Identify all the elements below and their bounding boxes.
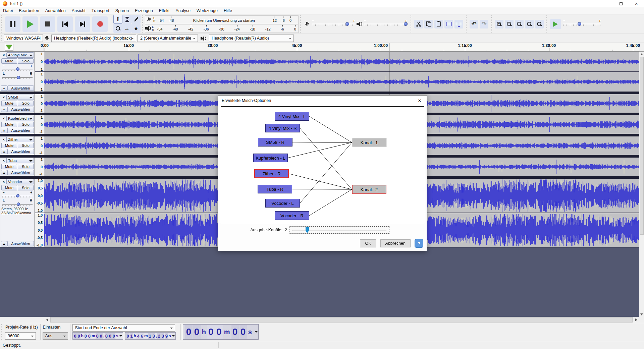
collapse-button[interactable]: ▲ <box>1 107 7 112</box>
solo-button[interactable]: Solo <box>18 185 34 190</box>
time-digit[interactable]: 0 <box>84 333 87 339</box>
track-name-menu[interactable]: Kupferblech <box>6 116 34 121</box>
zoom-tool-button[interactable] <box>113 24 122 33</box>
record-meter[interactable]: LR -54-48Klicken um Überwachung zu start… <box>145 15 299 24</box>
project-rate-select[interactable]: 96000 <box>5 332 36 340</box>
mix-source-vocoder---r[interactable]: Vocoder - R <box>275 211 309 220</box>
toolbar-grip[interactable] <box>142 15 144 33</box>
time-digit[interactable]: 1 <box>130 333 133 339</box>
waveform-channel[interactable] <box>44 72 644 92</box>
vertical-ruler[interactable]: 1,00,50,0-0,5-1,01,00,50,0-0,5-1,0 <box>35 179 44 247</box>
output-channels-slider[interactable] <box>289 226 389 234</box>
selection-start-field[interactable]: 00h00m00,000s <box>72 332 123 340</box>
audio-host-select[interactable]: Windows WASAPI <box>4 35 43 42</box>
time-digit[interactable]: 0 <box>126 333 129 339</box>
pause-button[interactable] <box>5 16 20 32</box>
dialog-close-button[interactable]: ✕ <box>413 96 427 106</box>
time-digit[interactable]: 6 <box>140 333 144 339</box>
zoom-toggle-button[interactable] <box>535 20 544 28</box>
time-digit[interactable]: 9 <box>165 333 168 339</box>
timeshift-tool-button[interactable]: ↔ <box>122 24 131 33</box>
vertical-scrollbar[interactable] <box>639 52 644 317</box>
mix-channel-2[interactable]: Kanal: 2 <box>352 185 386 194</box>
zoom-out-button[interactable]: − <box>505 20 514 28</box>
paste-button[interactable] <box>434 20 443 28</box>
time-digit[interactable]: 0 <box>193 325 201 339</box>
select-track-button[interactable]: Auswählen <box>7 149 34 154</box>
recording-channels-select[interactable]: 2 (Stereo) Aufnahmekanäle <box>138 35 198 42</box>
track-close-button[interactable]: × <box>1 137 6 142</box>
track-name-menu[interactable]: 4 Vinyl Mix <box>6 52 34 58</box>
undo-button[interactable]: ↶ <box>470 20 478 28</box>
time-digit[interactable]: 0 <box>215 325 223 339</box>
recording-volume-thumb[interactable] <box>345 22 349 26</box>
select-track-button[interactable]: Auswählen <box>7 107 34 112</box>
time-digit[interactable]: 0 <box>96 333 99 339</box>
time-digit[interactable]: 0 <box>105 333 108 339</box>
vertical-scroll-thumb[interactable] <box>640 57 644 235</box>
timeline-options-button[interactable] <box>5 44 13 51</box>
chevron-down-icon[interactable] <box>255 331 258 334</box>
play-meter[interactable]: LR -54-48-42-36-30-24-18-12-60 <box>145 24 299 33</box>
menu-werkzeuge[interactable]: Werkzeuge <box>194 8 221 13</box>
mute-button[interactable]: Mute <box>1 143 17 148</box>
selection-mode-select[interactable]: Start und Ende der Auswahl <box>72 324 175 332</box>
menu-hilfe[interactable]: Hilfe <box>221 8 235 13</box>
time-digit[interactable]: 3 <box>161 333 164 339</box>
waveform-canvas[interactable] <box>44 72 639 92</box>
mix-source-4-vinyl-mix---l[interactable]: 4 Vinyl Mix - L <box>275 112 309 121</box>
draw-tool-button[interactable] <box>131 15 141 24</box>
play-speed-thumb[interactable] <box>578 22 581 26</box>
zoom-in-button[interactable]: + <box>495 20 503 28</box>
track-control-panel[interactable]: ×KupferblechMuteSolo▲Auswählen <box>0 115 35 134</box>
vertical-ruler[interactable]: 10-1 <box>35 136 44 155</box>
horizontal-scrollbar[interactable] <box>50 317 633 323</box>
cancel-button[interactable]: Abbrechen <box>380 239 411 247</box>
chevron-down-icon[interactable] <box>172 335 175 338</box>
toolbar-grip[interactable] <box>490 15 493 33</box>
minimize-button[interactable] <box>598 0 613 7</box>
menu-transport[interactable]: Transport <box>89 8 112 13</box>
pan-slider[interactable] <box>2 202 33 207</box>
multi-tool-button[interactable]: * <box>131 24 141 33</box>
play-at-speed-button[interactable] <box>550 19 561 29</box>
toolbar-grip[interactable] <box>110 15 112 33</box>
track-close-button[interactable]: × <box>1 179 6 184</box>
menu-spuren[interactable]: Spuren <box>112 8 132 13</box>
track-close-button[interactable]: × <box>1 158 6 163</box>
vertical-ruler[interactable]: 10-110-1 <box>35 52 44 92</box>
toolbar-grip[interactable] <box>300 15 302 33</box>
menu-erzeugen[interactable]: Erzeugen <box>132 8 156 13</box>
mix-source-vocoder---l[interactable]: Vocoder - L <box>265 199 300 208</box>
chevron-down-icon[interactable] <box>119 335 122 338</box>
toolbar-grip[interactable] <box>465 15 468 33</box>
collapse-button[interactable]: ▲ <box>1 170 7 175</box>
track-name-menu[interactable]: SM58 <box>6 95 34 100</box>
solo-button[interactable]: Solo <box>18 164 34 169</box>
track-control-panel[interactable]: ×ZitherMuteSolo▲Auswählen <box>0 136 35 155</box>
track-control-panel[interactable]: ×TubaMuteSolo▲Auswählen <box>0 158 35 176</box>
scroll-down-button[interactable] <box>639 312 644 317</box>
recording-volume-slider[interactable]: −+ <box>312 21 355 27</box>
mix-source-sm58---r[interactable]: SM58 - R <box>258 138 292 147</box>
mute-button[interactable]: Mute <box>1 164 17 169</box>
select-track-button[interactable]: Auswählen <box>7 128 34 133</box>
timeline-scale[interactable]: 0:0015:0030:0045:001:00:001:15:001:30:00… <box>44 43 639 51</box>
collapse-button[interactable]: ▲ <box>1 241 7 246</box>
scroll-up-button[interactable] <box>639 52 644 57</box>
close-button[interactable]: ✕ <box>629 0 644 7</box>
play-button[interactable] <box>22 16 38 32</box>
maximize-button[interactable] <box>613 0 629 7</box>
time-digit[interactable]: 0 <box>108 333 112 339</box>
solo-button[interactable]: Solo <box>18 122 34 127</box>
scroll-right-button[interactable] <box>633 317 639 323</box>
vertical-ruler[interactable]: 10-1 <box>35 115 44 134</box>
toolbar-grip[interactable] <box>0 15 3 33</box>
time-digit[interactable]: 0 <box>73 333 77 339</box>
menu-ansicht[interactable]: Ansicht <box>69 8 89 13</box>
menu-datei[interactable]: Datei <box>0 8 16 13</box>
output-channels-thumb[interactable] <box>306 227 309 233</box>
selection-end-field[interactable]: 01h46m13,239s <box>125 332 176 340</box>
skip-to-end-button[interactable] <box>75 16 90 32</box>
solo-button[interactable]: Solo <box>18 101 34 106</box>
